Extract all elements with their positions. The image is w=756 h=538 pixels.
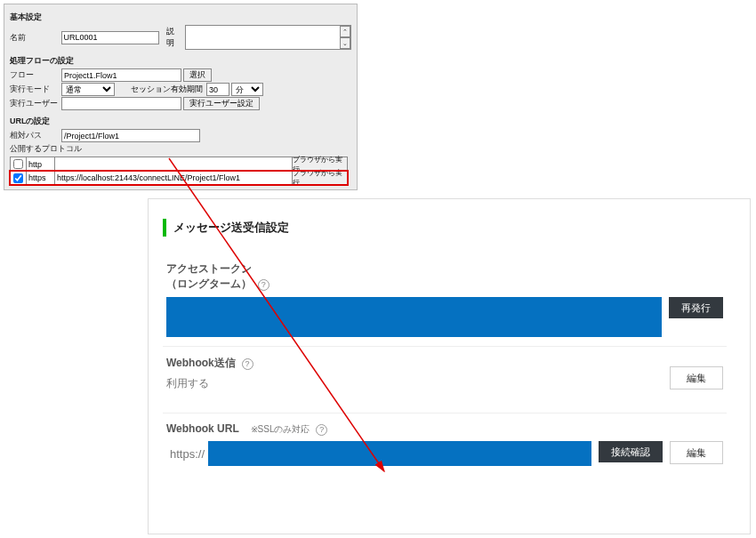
help-icon[interactable]: ? [242, 358, 253, 370]
http-checkbox[interactable] [13, 159, 23, 169]
label-session: セッション有効期間 [131, 84, 203, 95]
section-basic-title: 基本設定 [10, 12, 351, 23]
webhook-url-section: Webhook URL ※SSLのみ対応 ? https:// 接続確認 編集 [163, 414, 727, 475]
reissue-button[interactable]: 再発行 [669, 297, 723, 318]
run-browser-https-button[interactable]: ブラウザから実行 [293, 172, 348, 184]
exec-user-settings-button[interactable]: 実行ユーザー設定 [183, 97, 260, 110]
edit-webhook-url-button[interactable]: 編集 [670, 441, 723, 464]
card-heading: メッセージ送受信設定 [163, 219, 727, 237]
label-desc: 説明 [166, 26, 182, 49]
proto-https-label: https [27, 172, 55, 184]
url-settings-dialog: 基本設定 名前 説明 ⌃ ⌄ 処理フローの設定 フロー 選択 実行モード 通常 … [4, 4, 358, 190]
relpath-input[interactable] [61, 129, 200, 142]
desc-down-icon[interactable]: ⌄ [340, 37, 350, 49]
protocol-table: http ブラウザから実行 https https://localhost:21… [10, 157, 348, 185]
access-token-title: アクセストークン [166, 262, 252, 275]
flow-input[interactable] [61, 68, 181, 82]
table-row: https https://localhost:21443/connectLIN… [10, 171, 348, 185]
name-input[interactable] [61, 31, 159, 44]
label-relpath: 相対パス [10, 130, 61, 141]
mode-select[interactable]: 通常 [61, 83, 115, 96]
select-button[interactable]: 選択 [183, 68, 212, 82]
label-exec-user: 実行ユーザー [10, 98, 61, 109]
ssl-note: ※SSLのみ対応 [251, 424, 310, 434]
desc-up-icon[interactable]: ⌃ [340, 26, 350, 37]
https-checkbox[interactable] [13, 173, 23, 183]
label-name: 名前 [10, 32, 61, 44]
verify-connection-button[interactable]: 接続確認 [599, 441, 663, 462]
desc-textarea[interactable]: ⌃ ⌄ [185, 25, 351, 50]
https-url-cell: https://localhost:21443/connectLINE/Proj… [55, 172, 293, 184]
label-protocol: 公開するプロトコル [10, 143, 90, 155]
access-token-subtitle: （ロングターム） [166, 277, 252, 290]
label-mode: 実行モード [10, 84, 61, 95]
session-unit-select[interactable]: 分 [231, 83, 263, 96]
help-icon[interactable]: ? [258, 279, 269, 291]
exec-user-input[interactable] [61, 97, 181, 110]
webhook-url-box: https:// [166, 441, 591, 466]
proto-http-label: http [27, 157, 55, 171]
url-prefix: https:// [166, 441, 208, 466]
webhook-send-title: Webhook送信 [166, 357, 236, 369]
access-token-value-box [166, 297, 662, 337]
section-url-title: URLの設定 [10, 116, 351, 127]
help-icon[interactable]: ? [316, 424, 327, 436]
http-url-cell [55, 157, 293, 171]
section-flow-title: 処理フローの設定 [10, 55, 351, 67]
message-settings-card: メッセージ送受信設定 アクセストークン （ロングターム） ? 再発行 Webho… [148, 198, 751, 534]
label-flow: フロー [10, 69, 61, 81]
webhook-send-section: Webhook送信 ? 利用する 編集 [163, 347, 727, 398]
access-token-section: アクセストークン （ロングターム） ? 再発行 [163, 253, 727, 346]
session-value-input[interactable] [206, 83, 229, 96]
webhook-url-title: Webhook URL [166, 422, 239, 435]
edit-webhook-send-button[interactable]: 編集 [670, 366, 723, 389]
